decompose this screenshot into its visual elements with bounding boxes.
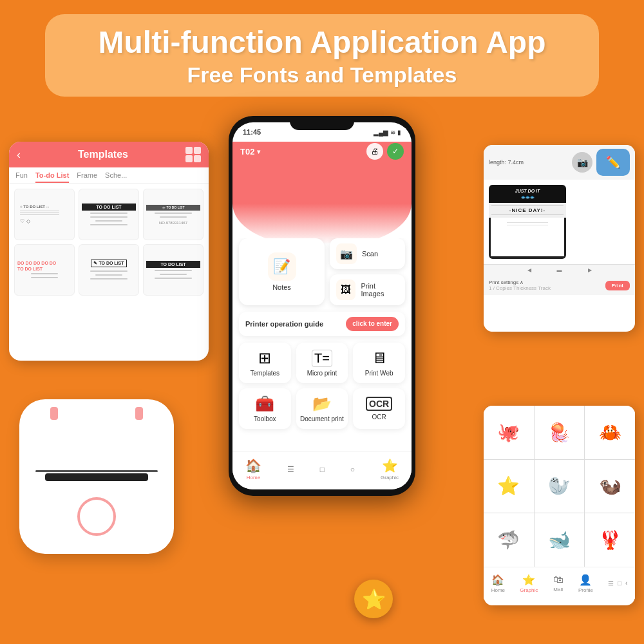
nav-circle-icon: ○ [350, 465, 355, 474]
header-subtitle: Free Fonts and Templates [64, 62, 580, 88]
creature-lobster: 🦞 [599, 529, 621, 551]
check-icon-btn[interactable]: ✓ [387, 143, 404, 160]
rbt-nav-profile[interactable]: 👤 Profile [578, 574, 593, 593]
toolbox-icon: 🧰 [255, 395, 274, 413]
ocr-icon: OCR [366, 397, 392, 411]
lt-title: Templates [26, 149, 180, 160]
lt-back-button[interactable]: ‹ [17, 148, 21, 162]
list-item[interactable]: ✈TO DO LIST NO.9789311467 [143, 189, 204, 240]
app-name-text: T02 [240, 147, 254, 156]
rbt-nav-graphic[interactable]: ⭐ Graphic [520, 574, 538, 593]
status-icons: ▂▄▆ ≋ ▮ [374, 129, 401, 136]
guide-enter-button[interactable]: click to enter [346, 317, 399, 331]
rbt-home-label: Home [491, 587, 505, 593]
guide-text: Printer operation guide [245, 320, 323, 328]
toolbox-grid-item[interactable]: 🧰 Toolbox [239, 388, 291, 429]
rbt-graphic-label: Graphic [520, 587, 538, 593]
print-images-button[interactable]: 🖼 Print Images [330, 274, 405, 305]
signal-icon: ▂▄▆ [374, 129, 388, 136]
rtt-body: JUST DO IT 🐟🐟🐟 -NICE DAY!- [484, 180, 635, 264]
print-images-icon: 🖼 [336, 279, 355, 300]
rbt-profile-icon: 👤 [579, 574, 592, 586]
scan-button[interactable]: 📷 Scan [330, 238, 405, 269]
dropdown-icon: ▾ [257, 148, 260, 155]
phone-screen: 11:45 ▂▄▆ ≋ ▮ T02 ▾ [232, 122, 412, 489]
list-item[interactable]: TO DO LIST [79, 189, 139, 240]
list-item[interactable]: 🦭 [535, 460, 585, 513]
rbt-nav-home[interactable]: 🏠 Home [491, 574, 505, 593]
printer-tab-left [50, 407, 58, 420]
lt-tab-fun[interactable]: Fun [15, 171, 28, 183]
printer-circle[interactable] [77, 497, 116, 536]
home-icon: 🏠 [245, 458, 261, 473]
lt-tab-todo[interactable]: To-do List [35, 171, 69, 183]
list-item[interactable]: 🐋 [535, 513, 585, 567]
rtt-header: length: 7.4cm 📷 ✏️ [484, 145, 635, 180]
list-item[interactable]: ○ TO DO LIST ··· ♡ ◇ [14, 189, 75, 240]
just-do-it-area: JUST DO IT 🐟🐟🐟 [489, 185, 566, 203]
center-phone: 11:45 ▂▄▆ ≋ ▮ T02 ▾ [229, 116, 415, 496]
ocr-label: OCR [372, 413, 386, 421]
templates-label: Templates [251, 370, 280, 377]
templates-grid-item[interactable]: ⊞ Templates [239, 343, 291, 383]
scroll-left[interactable]: ◀ [527, 267, 531, 273]
printer-slot-line [35, 470, 158, 472]
rtt-print-settings[interactable]: Print settings ∧ 1 / Copies Thickness Tr… [489, 279, 551, 291]
status-time: 11:45 [243, 128, 261, 136]
printer-body [19, 399, 174, 554]
printer-slot [45, 473, 148, 481]
list-item[interactable]: 🐙 [484, 406, 534, 459]
just-do-it-text: JUST DO IT [491, 189, 564, 193]
phone-nav: 🏠 Home ☰ □ ○ ⭐ Graphic [232, 451, 412, 489]
nav-home[interactable]: 🏠 Home [245, 458, 261, 480]
rtt-print-button[interactable]: Print [605, 281, 630, 290]
list-item[interactable]: 🪼 [535, 406, 585, 459]
microprint-grid-item[interactable]: T= Micro print [296, 343, 348, 383]
nav-graphic[interactable]: ⭐ Graphic [381, 458, 399, 480]
print-icon-btn[interactable]: 🖨 [366, 143, 383, 160]
list-item[interactable]: 🦈 [484, 513, 534, 567]
scan-icon: 📷 [336, 243, 357, 264]
print-images-label: Print Images [361, 282, 399, 298]
ocr-grid-item[interactable]: OCR OCR [353, 388, 405, 429]
header-banner: Multi-function Application App Free Font… [45, 14, 599, 97]
creature-starfish: ⭐ [497, 475, 520, 497]
right-top-tablet: length: 7.4cm 📷 ✏️ JUST DO IT 🐟🐟🐟 -NICE … [484, 145, 635, 332]
print-settings-label: Print settings ∧ [489, 279, 551, 285]
list-item[interactable]: DO DO DO DO DO TO DO LIST [14, 244, 75, 296]
rtt-camera-button[interactable]: 📷 [572, 152, 592, 173]
list-item[interactable]: 🦀 [585, 406, 635, 459]
printer-tab-right [135, 407, 143, 420]
toolbar-icons: 🖨 ✓ [366, 143, 404, 160]
rtt-edit-button[interactable]: ✏️ [596, 149, 630, 176]
right-bottom-tablet: 🐙 🪼 🦀 ⭐ 🦭 🦦 🦈 🐋 🦞 🏠 Home ⭐ Graphic 🛍 Mal… [484, 406, 635, 605]
creature-whale: 🐋 [548, 529, 571, 551]
lt-tab-schedule[interactable]: Sche... [105, 171, 127, 183]
docprint-grid-item[interactable]: 📂 Document print [296, 388, 348, 429]
battery-icon: ▮ [397, 129, 401, 136]
rbt-nav: 🏠 Home ⭐ Graphic 🛍 Mall 👤 Profile ☰ □ ‹ [484, 567, 635, 599]
print-settings-detail: 1 / Copies Thickness Track [489, 285, 551, 291]
lt-grid-icon[interactable] [185, 147, 201, 162]
nav-square-icon: □ [320, 465, 325, 474]
rtt-footer-bar [489, 256, 566, 259]
scroll-right[interactable]: ▶ [588, 267, 592, 273]
list-item[interactable]: 🦞 [585, 513, 635, 567]
lt-grid: ○ TO DO LIST ··· ♡ ◇ TO DO LIST ✈TO DO L… [9, 184, 209, 301]
list-item[interactable]: ⭐ [484, 460, 534, 513]
nice-day-area: -NICE DAY!- [489, 203, 566, 218]
list-item[interactable]: ✎ TO DO LIST [79, 244, 139, 296]
app-row1: 📝 Notes 📷 Scan 🖼 Print Images [239, 238, 405, 305]
wifi-icon: ≋ [390, 129, 395, 136]
printer-device [19, 399, 187, 580]
phone-notch [290, 116, 354, 130]
notes-button[interactable]: 📝 Notes [239, 238, 325, 305]
list-item[interactable]: TO DO LIST [143, 244, 204, 296]
microprint-icon: T= [312, 350, 332, 367]
rbt-nav-mall[interactable]: 🛍 Mall [553, 574, 564, 592]
lt-tab-frame[interactable]: Frame [77, 171, 97, 183]
app-name-display: T02 ▾ [240, 147, 260, 156]
list-item[interactable]: 🦦 [585, 460, 635, 513]
templates-icon: ⊞ [258, 349, 271, 367]
printweb-grid-item[interactable]: 🖥 Print Web [353, 343, 405, 383]
